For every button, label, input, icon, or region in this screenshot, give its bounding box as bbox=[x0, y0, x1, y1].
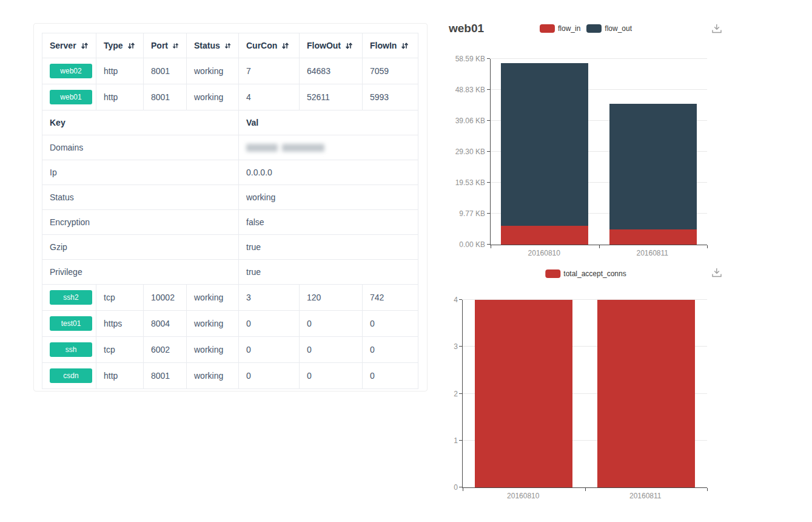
y-axis-label: 58.59 KB bbox=[446, 55, 485, 63]
legend-item-flow_out[interactable]: flow_out bbox=[586, 24, 632, 33]
kv-rows: DomainsIp0.0.0.0StatusworkingEncryptionf… bbox=[42, 135, 418, 285]
y-axis-tick bbox=[459, 393, 462, 394]
connections-chart: total_accept_conns 01234 201608102016081… bbox=[446, 262, 726, 505]
sort-arrows-icon bbox=[281, 42, 289, 50]
port-cell: 8001 bbox=[144, 58, 187, 84]
bar-flow_in-20160811[interactable] bbox=[609, 229, 697, 245]
x-axis-tick bbox=[599, 245, 600, 248]
y-axis-label: 3 bbox=[446, 342, 458, 351]
column-header-flowin[interactable]: FlowIn bbox=[363, 33, 418, 58]
y-axis-label: 9.77 KB bbox=[446, 209, 485, 218]
flowin-cell: 0 bbox=[363, 337, 418, 363]
column-header-flowout[interactable]: FlowOut bbox=[300, 33, 363, 58]
legend-label: flow_out bbox=[605, 24, 632, 33]
kv-row: Ip0.0.0.0 bbox=[42, 160, 418, 185]
y-axis-label: 39.06 KB bbox=[446, 117, 485, 125]
legend-label: flow_in bbox=[558, 24, 580, 33]
server-badge[interactable]: ssh2 bbox=[50, 290, 92, 305]
bar-total_accept_conns-20160810[interactable] bbox=[475, 300, 572, 487]
bar-total_accept_conns-20160811[interactable] bbox=[597, 300, 695, 487]
server-badge[interactable]: web01 bbox=[50, 90, 92, 104]
column-header-type[interactable]: Type bbox=[96, 33, 144, 58]
y-axis-tick bbox=[487, 213, 490, 214]
flowout-cell: 0 bbox=[300, 311, 363, 337]
flowout-cell: 120 bbox=[300, 285, 363, 311]
column-label: Type bbox=[104, 41, 123, 50]
flowout-cell: 52611 bbox=[300, 84, 363, 110]
server-badge[interactable]: web02 bbox=[50, 64, 92, 78]
legend-item-flow_in[interactable]: flow_in bbox=[540, 24, 580, 33]
type-cell: http bbox=[96, 363, 144, 389]
y-axis-label: 2 bbox=[446, 390, 458, 398]
x-axis-label: 20160810 bbox=[511, 249, 577, 257]
kv-value: 0.0.0.0 bbox=[239, 160, 418, 185]
plot-area bbox=[490, 59, 707, 245]
column-label: FlowOut bbox=[307, 41, 341, 50]
kv-value: false bbox=[239, 210, 418, 235]
kv-row: Domains bbox=[42, 135, 418, 160]
y-axis-tick bbox=[487, 151, 490, 152]
column-label: Status bbox=[194, 41, 220, 50]
column-label: Port bbox=[151, 41, 168, 50]
table-row: sshtcp6002working000 bbox=[42, 337, 418, 363]
status-cell: working bbox=[187, 311, 239, 337]
port-cell: 10002 bbox=[144, 285, 187, 311]
legend-marker-icon bbox=[545, 269, 560, 278]
server-cell: ssh2 bbox=[42, 285, 96, 311]
x-axis-label: 20160811 bbox=[612, 492, 679, 500]
dashboard-page: ServerTypePortStatusCurConFlowOutFlowIn … bbox=[0, 0, 812, 522]
port-cell: 8001 bbox=[144, 363, 187, 389]
download-icon[interactable] bbox=[711, 23, 723, 36]
table-row: web01http8001working4526115993 bbox=[42, 84, 418, 110]
server-rows-bottom: ssh2tcp10002working3120742test01https800… bbox=[42, 285, 418, 389]
legend-marker-icon bbox=[586, 24, 602, 33]
column-header-server[interactable]: Server bbox=[42, 33, 96, 58]
port-cell: 6002 bbox=[144, 337, 187, 363]
flow-chart: web01 flow_inflow_out 0.00 KB9.77 KB19.5… bbox=[446, 18, 726, 262]
x-axis-tick bbox=[707, 245, 708, 248]
redacted-domains-value bbox=[246, 144, 411, 152]
sort-arrows-icon bbox=[401, 42, 409, 50]
flowin-cell: 5993 bbox=[363, 84, 418, 110]
x-axis-tick bbox=[585, 488, 586, 491]
kv-header-val: Val bbox=[239, 110, 418, 135]
y-axis-label: 4 bbox=[446, 296, 458, 304]
y-axis-label: 0.00 KB bbox=[446, 240, 485, 249]
kv-key: Privilege bbox=[42, 260, 239, 285]
curcon-cell: 0 bbox=[239, 363, 300, 389]
chart-legend: flow_inflow_out bbox=[540, 24, 632, 33]
server-detail-card: ServerTypePortStatusCurConFlowOutFlowIn … bbox=[33, 23, 428, 392]
sort-arrows-icon bbox=[224, 42, 231, 50]
download-arrow-tray-icon bbox=[711, 23, 723, 34]
curcon-cell: 4 bbox=[239, 84, 300, 110]
column-label: FlowIn bbox=[370, 41, 397, 50]
column-header-status[interactable]: Status bbox=[187, 33, 239, 58]
y-axis-tick bbox=[459, 487, 462, 487]
server-badge[interactable]: csdn bbox=[50, 368, 92, 383]
bar-flow_out-20160811[interactable] bbox=[609, 104, 697, 229]
bar-flow_out-20160810[interactable] bbox=[501, 63, 588, 226]
status-cell: working bbox=[187, 58, 239, 84]
server-badge[interactable]: test01 bbox=[50, 316, 92, 331]
y-axis-tick bbox=[487, 120, 490, 121]
server-cell: csdn bbox=[42, 363, 96, 389]
type-cell: http bbox=[96, 84, 144, 110]
kv-key: Domains bbox=[42, 135, 239, 160]
column-label: Server bbox=[50, 41, 76, 50]
server-badge[interactable]: ssh bbox=[50, 342, 92, 357]
bar-flow_in-20160810[interactable] bbox=[501, 226, 588, 245]
flowin-cell: 0 bbox=[363, 363, 418, 389]
legend-item-total_accept_conns[interactable]: total_accept_conns bbox=[545, 269, 626, 278]
kv-value: working bbox=[239, 185, 418, 210]
column-header-curcon[interactable]: CurCon bbox=[239, 33, 300, 58]
flowout-cell: 64683 bbox=[300, 58, 363, 84]
y-axis-label: 48.83 KB bbox=[446, 86, 485, 94]
kv-key: Gzip bbox=[42, 235, 239, 260]
curcon-cell: 3 bbox=[239, 285, 300, 311]
flowin-cell: 742 bbox=[363, 285, 418, 311]
table-header-row: ServerTypePortStatusCurConFlowOutFlowIn bbox=[42, 33, 418, 58]
column-header-port[interactable]: Port bbox=[144, 33, 187, 58]
table-row: ssh2tcp10002working3120742 bbox=[42, 285, 418, 311]
download-icon[interactable] bbox=[711, 267, 723, 280]
y-axis-tick bbox=[487, 58, 490, 59]
